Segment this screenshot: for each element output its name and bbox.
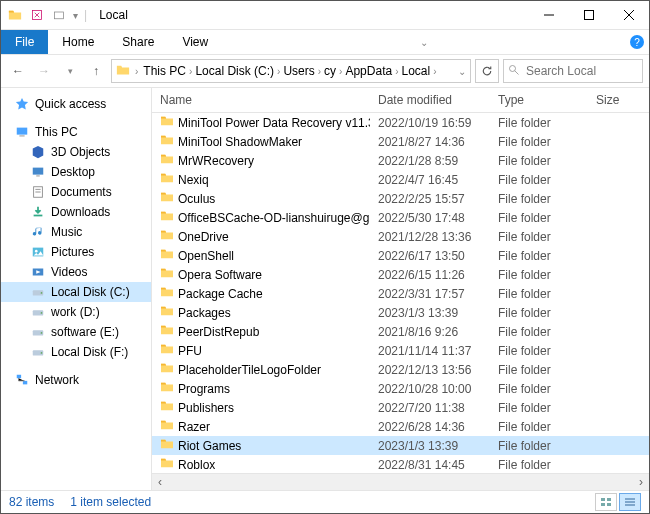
folder-icon: [160, 153, 174, 168]
column-name[interactable]: Name: [152, 93, 370, 107]
table-row[interactable]: MiniTool Power Data Recovery v11.32022/1…: [152, 113, 649, 132]
ribbon-expand-icon[interactable]: ⌄: [412, 30, 436, 54]
tab-share[interactable]: Share: [108, 30, 168, 54]
file-date: 2021/12/28 13:36: [370, 230, 490, 244]
sidebar-item-pictures[interactable]: Pictures: [1, 242, 151, 262]
table-row[interactable]: OpenShell2022/6/17 13:50File folder: [152, 246, 649, 265]
video-icon: [31, 265, 45, 279]
scroll-left-icon[interactable]: ‹: [152, 474, 168, 490]
file-name: PlaceholderTileLogoFolder: [178, 363, 321, 377]
sidebar-item-label: Local Disk (F:): [51, 345, 128, 359]
table-row[interactable]: OneDrive2021/12/28 13:36File folder: [152, 227, 649, 246]
table-row[interactable]: Package Cache2022/3/31 17:57File folder: [152, 284, 649, 303]
table-row[interactable]: MrWRecovery2022/1/28 8:59File folder: [152, 151, 649, 170]
sidebar-item-desktop[interactable]: Desktop: [1, 162, 151, 182]
file-type: File folder: [490, 458, 588, 472]
table-row[interactable]: Roblox2022/8/31 14:45File folder: [152, 455, 649, 473]
maximize-button[interactable]: [569, 1, 609, 29]
chevron-right-icon[interactable]: ›: [430, 66, 439, 77]
sidebar-item-network[interactable]: Network: [1, 370, 151, 390]
breadcrumb[interactable]: Users: [283, 64, 314, 78]
up-button[interactable]: ↑: [85, 60, 107, 82]
svg-rect-30: [607, 503, 611, 506]
folder-icon: [160, 267, 174, 282]
view-details-button[interactable]: [619, 493, 641, 511]
recent-dropdown-icon[interactable]: ▾: [59, 60, 81, 82]
minimize-button[interactable]: [529, 1, 569, 29]
file-list[interactable]: MiniTool Power Data Recovery v11.32022/1…: [152, 113, 649, 473]
breadcrumb[interactable]: cy: [324, 64, 336, 78]
folder-icon: [160, 172, 174, 187]
search-icon: [508, 64, 520, 79]
back-button[interactable]: ←: [7, 60, 29, 82]
folder-icon: [160, 400, 174, 415]
properties-icon[interactable]: [29, 7, 45, 23]
sidebar-item-3d-objects[interactable]: 3D Objects: [1, 142, 151, 162]
chevron-right-icon[interactable]: ›: [392, 66, 401, 77]
breadcrumb[interactable]: This PC: [143, 64, 186, 78]
file-type: File folder: [490, 382, 588, 396]
tab-home[interactable]: Home: [48, 30, 108, 54]
sidebar-item-videos[interactable]: Videos: [1, 262, 151, 282]
table-row[interactable]: Oculus2022/2/25 15:57File folder: [152, 189, 649, 208]
table-row[interactable]: PeerDistRepub2021/8/16 9:26File folder: [152, 322, 649, 341]
svg-rect-27: [601, 498, 605, 501]
file-name: PeerDistRepub: [178, 325, 259, 339]
forward-button[interactable]: →: [33, 60, 55, 82]
view-large-icons-button[interactable]: [595, 493, 617, 511]
refresh-button[interactable]: [475, 59, 499, 83]
sidebar-item-quick-access[interactable]: Quick access: [1, 94, 151, 114]
table-row[interactable]: Packages2023/1/3 13:39File folder: [152, 303, 649, 322]
sidebar-item-work-d-[interactable]: work (D:): [1, 302, 151, 322]
sidebar-item-software-e-[interactable]: software (E:): [1, 322, 151, 342]
svg-point-24: [41, 352, 43, 354]
search-box[interactable]: [503, 59, 643, 83]
breadcrumb[interactable]: AppData: [345, 64, 392, 78]
column-date[interactable]: Date modified: [370, 93, 490, 107]
sidebar-item-downloads[interactable]: Downloads: [1, 202, 151, 222]
table-row[interactable]: OfficeBSCache-OD-lianshuiruge@gmail.c...…: [152, 208, 649, 227]
breadcrumb[interactable]: Local Disk (C:): [195, 64, 274, 78]
svg-rect-29: [601, 503, 605, 506]
chevron-right-icon[interactable]: ›: [336, 66, 345, 77]
table-row[interactable]: Programs2022/10/28 10:00File folder: [152, 379, 649, 398]
table-row[interactable]: Opera Software2022/6/15 11:26File folder: [152, 265, 649, 284]
table-row[interactable]: Riot Games2023/1/3 13:39File folder: [152, 436, 649, 455]
column-type[interactable]: Type: [490, 93, 588, 107]
folder-icon: [160, 248, 174, 263]
chevron-right-icon[interactable]: ›: [132, 66, 141, 77]
table-row[interactable]: Nexiq2022/4/7 16:45File folder: [152, 170, 649, 189]
folder-icon: [160, 381, 174, 396]
chevron-right-icon[interactable]: ›: [274, 66, 283, 77]
file-type: File folder: [490, 439, 588, 453]
address-bar[interactable]: › This PC›Local Disk (C:)›Users›cy›AppDa…: [111, 59, 471, 83]
sidebar-item-music[interactable]: Music: [1, 222, 151, 242]
chevron-right-icon[interactable]: ›: [315, 66, 324, 77]
table-row[interactable]: Razer2022/6/28 14:36File folder: [152, 417, 649, 436]
table-row[interactable]: PlaceholderTileLogoFolder2022/12/13 13:5…: [152, 360, 649, 379]
table-row[interactable]: PFU2021/11/14 11:37File folder: [152, 341, 649, 360]
help-button[interactable]: ?: [625, 30, 649, 54]
column-size[interactable]: Size: [588, 93, 636, 107]
sidebar-item-documents[interactable]: Documents: [1, 182, 151, 202]
qat-dropdown-icon[interactable]: ▾: [73, 10, 78, 21]
close-button[interactable]: [609, 1, 649, 29]
file-type: File folder: [490, 211, 588, 225]
file-name: Opera Software: [178, 268, 262, 282]
scroll-right-icon[interactable]: ›: [633, 474, 649, 490]
table-row[interactable]: MiniTool ShadowMaker2021/8/27 14:36File …: [152, 132, 649, 151]
address-dropdown-icon[interactable]: ⌄: [458, 66, 466, 77]
table-row[interactable]: Publishers2022/7/20 11:38File folder: [152, 398, 649, 417]
tab-view[interactable]: View: [168, 30, 222, 54]
new-folder-icon[interactable]: [51, 7, 67, 23]
sidebar-item-local-disk-f-[interactable]: Local Disk (F:): [1, 342, 151, 362]
tab-file[interactable]: File: [1, 30, 48, 54]
svg-rect-28: [607, 498, 611, 501]
search-input[interactable]: [524, 63, 638, 79]
file-date: 2021/8/27 14:36: [370, 135, 490, 149]
breadcrumb[interactable]: Local: [401, 64, 430, 78]
horizontal-scrollbar[interactable]: ‹ ›: [152, 473, 649, 490]
sidebar-item-this-pc[interactable]: This PC: [1, 122, 151, 142]
sidebar-item-local-disk-c-[interactable]: Local Disk (C:): [1, 282, 151, 302]
chevron-right-icon[interactable]: ›: [186, 66, 195, 77]
